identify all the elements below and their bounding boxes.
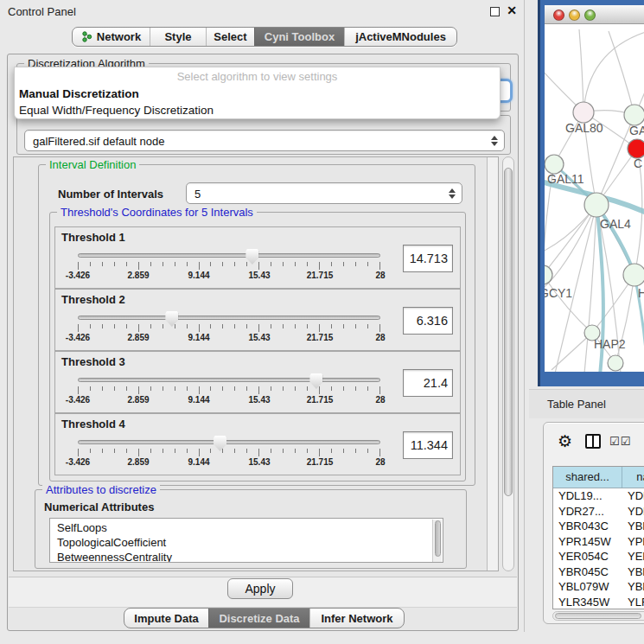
group-title: Threshold's Coordinates for 5 Intervals xyxy=(57,206,257,219)
node-label: GAL4 xyxy=(600,217,631,231)
threshold-value-field[interactable]: 21.4 xyxy=(403,369,453,397)
tick-mark xyxy=(187,449,188,453)
tab-label: Infer Network xyxy=(321,612,392,625)
node-label: GAL11 xyxy=(547,172,584,186)
tick-mark xyxy=(307,262,308,266)
tick-label: 15.43 xyxy=(248,457,270,467)
tick-mark xyxy=(246,449,247,453)
tick-labels: -3.4262.8599.14415.4321.71528 xyxy=(78,271,380,281)
tick-mark xyxy=(222,324,223,328)
inner-scrollbar[interactable] xyxy=(487,157,498,571)
threshold-value-field[interactable]: 11.344 xyxy=(403,431,453,459)
checkbox-icons[interactable]: ☑☑ xyxy=(609,435,631,448)
tab-network[interactable]: Network xyxy=(73,28,150,46)
tick-mark xyxy=(355,386,356,391)
tick-mark xyxy=(367,449,368,453)
tick-mark xyxy=(102,449,103,453)
tab-select[interactable]: Select xyxy=(206,28,254,46)
panel-scrollbar[interactable] xyxy=(502,156,514,571)
scrollbar-thumb[interactable] xyxy=(555,613,641,619)
table-cell: YPR145W xyxy=(553,534,622,550)
slider-track[interactable] xyxy=(78,378,380,382)
tick-mark xyxy=(258,386,259,394)
tick-mark xyxy=(163,262,163,266)
close-icon[interactable]: ✕ xyxy=(507,3,517,17)
minimize-traffic-icon[interactable] xyxy=(569,10,580,21)
table-data-combobox[interactable]: galFiltered.sif default node xyxy=(24,130,505,151)
tick-mark xyxy=(199,449,200,456)
apply-button[interactable]: Apply xyxy=(227,578,293,599)
slider[interactable]: -3.4262.8599.14415.4321.71528 xyxy=(78,376,380,409)
tick-mark xyxy=(175,324,175,328)
tab-label: Select xyxy=(214,30,246,43)
tick-labels: -3.4262.8599.14415.4321.71528 xyxy=(78,395,380,405)
network-edge xyxy=(583,31,644,112)
list-scrollbar[interactable] xyxy=(432,520,442,563)
tick-mark xyxy=(234,449,235,453)
slider-track[interactable] xyxy=(78,440,380,444)
tab-jactivemnodules[interactable]: jActiveMNodules xyxy=(344,28,456,46)
list-item[interactable]: TopologicalCoefficient xyxy=(57,535,443,550)
scrollbar-thumb[interactable] xyxy=(435,520,441,557)
zoom-traffic-icon[interactable] xyxy=(584,10,596,21)
num-intervals-combobox[interactable]: 5 xyxy=(186,182,462,204)
tab-cyni-toolbox[interactable]: Cyni Toolbox xyxy=(254,28,344,46)
column-header[interactable]: shared... xyxy=(553,467,622,488)
menu-item-equal-width-frequency[interactable]: Equal Width/Frequency Discretization xyxy=(15,102,500,118)
tab-impute-data[interactable]: Impute Data xyxy=(124,609,208,628)
attributes-list[interactable]: SelfLoopsTopologicalCoefficientBetweenne… xyxy=(49,518,443,563)
tab-style[interactable]: Style xyxy=(150,28,206,46)
table-row[interactable]: YDL19...YDL1 xyxy=(553,488,644,504)
tick-mark xyxy=(199,262,200,270)
tick-mark xyxy=(246,262,247,266)
tick-mark xyxy=(114,449,115,453)
table-cell: YBR0 xyxy=(622,564,644,580)
table-row[interactable]: YER054CYER0 xyxy=(553,549,644,564)
tab-label: Style xyxy=(164,30,191,43)
table-row[interactable]: YPR145WYPR1 xyxy=(553,534,644,550)
tab-label: Impute Data xyxy=(134,612,198,625)
scrollbar-thumb[interactable] xyxy=(504,168,513,496)
node-table[interactable]: shared...naYDL19...YDL1YDR27...YDR2YBR04… xyxy=(552,466,644,609)
tick-mark xyxy=(343,449,344,453)
list-item[interactable]: BetweennessCentrality xyxy=(57,550,443,563)
network-edge xyxy=(545,205,596,275)
tab-discretize-data[interactable]: Discretize Data xyxy=(208,609,309,628)
tick-mark xyxy=(271,449,271,453)
tick-mark xyxy=(199,386,200,394)
tick-mark xyxy=(163,449,163,453)
tab-infer-network[interactable]: Infer Network xyxy=(309,609,404,628)
network-node xyxy=(545,155,564,174)
float-window-icon[interactable] xyxy=(490,7,500,16)
table-hscrollbar[interactable] xyxy=(552,611,644,621)
menu-item-manual-discretization[interactable]: Manual Discretization xyxy=(15,86,500,102)
slider-track[interactable] xyxy=(78,253,380,258)
table-row[interactable]: YBL079WYBL0 xyxy=(553,579,644,595)
tick-mark xyxy=(283,262,284,266)
table-row[interactable]: YLR345WYLR3 xyxy=(553,595,644,610)
network-canvas[interactable]: GAL80GACGAL11GAL4GCY1HHAP2 xyxy=(545,24,644,372)
slider[interactable]: -3.4262.8599.14415.4321.71528 xyxy=(78,438,380,471)
list-item[interactable]: SelfLoops xyxy=(57,520,443,535)
column-header[interactable]: na xyxy=(622,467,644,488)
tick-mark xyxy=(102,324,103,328)
tick-mark xyxy=(150,324,151,328)
slider[interactable]: -3.4262.8599.14415.4321.71528 xyxy=(78,314,380,347)
gear-icon[interactable]: ⚙ xyxy=(558,431,572,451)
tick-label: 28 xyxy=(375,271,385,280)
slider-track[interactable] xyxy=(78,316,380,320)
threshold-value-field[interactable]: 14.713 xyxy=(403,245,453,272)
tick-mark xyxy=(331,386,332,391)
threshold-value-field[interactable]: 6.316 xyxy=(403,307,453,335)
columns-icon[interactable] xyxy=(585,434,601,449)
table-row[interactable]: YBR045CYBR0 xyxy=(553,564,644,580)
control-panel-titlebar: Control Panel ✕ xyxy=(0,0,524,22)
table-row[interactable]: YBR043CYBR0 xyxy=(553,519,644,534)
close-traffic-icon[interactable] xyxy=(553,10,564,21)
tick-mark xyxy=(78,386,79,394)
table-panel-title: Table Panel xyxy=(547,398,606,411)
table-cell: YBR045C xyxy=(553,564,622,580)
slider[interactable]: -3.4262.8599.14415.4321.71528 xyxy=(78,252,380,284)
threshold-label: Threshold 3 xyxy=(61,355,125,368)
table-row[interactable]: YDR27...YDR2 xyxy=(553,504,644,520)
